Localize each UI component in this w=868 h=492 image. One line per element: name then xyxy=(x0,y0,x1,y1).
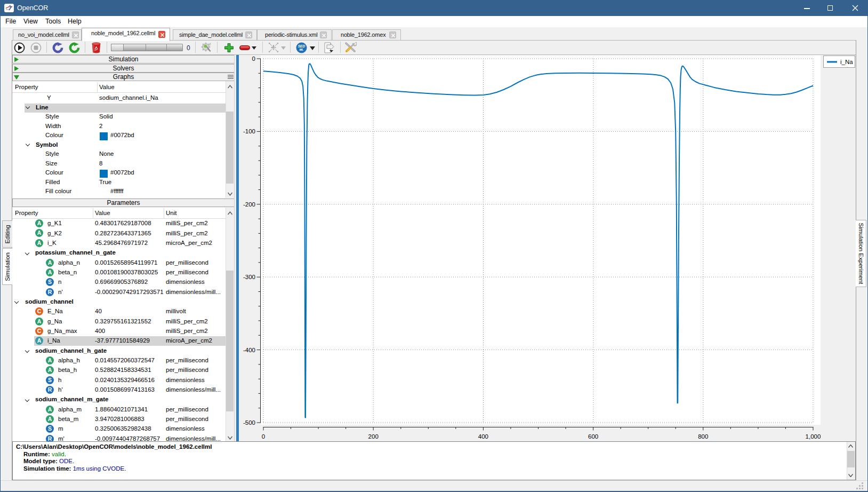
svg-text:SED: SED xyxy=(298,44,306,48)
svg-text:800: 800 xyxy=(698,433,708,440)
svg-text:-100: -100 xyxy=(243,128,255,134)
svg-text:400: 400 xyxy=(478,433,488,440)
svg-text:1,000: 1,000 xyxy=(806,433,821,440)
svg-text:-400: -400 xyxy=(243,347,255,353)
svg-text:0: 0 xyxy=(252,55,255,62)
svg-text:600: 600 xyxy=(588,433,598,440)
svg-text:-300: -300 xyxy=(243,274,255,280)
svg-text:i_Na: i_Na xyxy=(840,59,853,65)
svg-text:-200: -200 xyxy=(243,201,255,208)
svg-text:-500: -500 xyxy=(243,419,255,426)
svg-text:ML: ML xyxy=(299,48,304,51)
svg-text:200: 200 xyxy=(368,433,379,440)
svg-text:0: 0 xyxy=(262,433,265,440)
